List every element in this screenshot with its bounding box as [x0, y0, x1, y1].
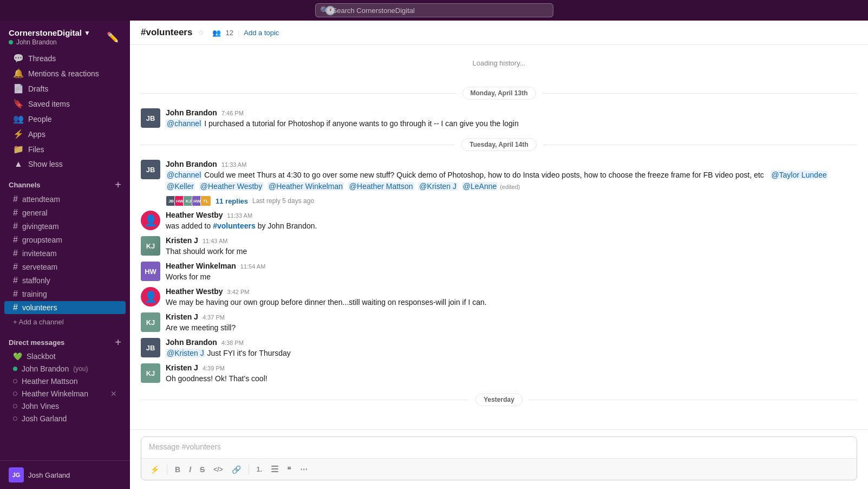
- message-group: 👤 Heather Westby 11:33 AM was added to #…: [141, 211, 857, 232]
- sidebar-item-people[interactable]: 👥 People: [4, 112, 126, 126]
- message-time: 11:33 AM: [227, 212, 252, 219]
- messages-area[interactable]: Loading history... Monday, April 13th JB…: [130, 45, 868, 429]
- online-status-dot: [9, 40, 13, 44]
- add-topic-button[interactable]: Add a topic: [244, 29, 279, 37]
- online-status-indicator: [13, 367, 17, 371]
- clock-icon: 🕐: [325, 5, 336, 16]
- close-dm-icon[interactable]: ✕: [110, 389, 117, 398]
- message-time: 3:42 PM: [227, 289, 250, 295]
- message-content: John Brandon 4:38 PM @Kristen J Just FYI…: [166, 338, 857, 359]
- unordered-list-button[interactable]: ☰: [267, 462, 282, 477]
- message-author: Heather Westby: [166, 211, 223, 219]
- offline-status-indicator: [13, 392, 17, 396]
- saved-icon: 🔖: [13, 99, 24, 109]
- date-divider-monday: Monday, April 13th: [141, 87, 857, 100]
- hash-icon: #: [13, 249, 18, 258]
- chevron-down-icon: ▼: [84, 29, 90, 37]
- link-button[interactable]: 🔗: [229, 463, 244, 476]
- hash-icon: #: [13, 235, 18, 245]
- channel-header: #volunteers ☆ 👥 12 | Add a topic: [130, 21, 868, 45]
- message-header: Heather Winkelman 11:54 AM: [166, 262, 857, 270]
- message-time: 4:38 PM: [221, 340, 244, 346]
- search-input[interactable]: [332, 6, 549, 15]
- more-formatting-button[interactable]: ⋯: [297, 463, 311, 476]
- ordered-list-button[interactable]: 1.: [253, 464, 265, 475]
- message-group: JB John Brandon 11:33 AM @channel Could …: [141, 160, 857, 206]
- add-dm-icon[interactable]: +: [115, 337, 121, 348]
- code-button[interactable]: </>: [210, 464, 226, 475]
- apps-icon: ⚡: [13, 129, 24, 139]
- add-channel-icon[interactable]: +: [115, 179, 121, 190]
- channel-item-general[interactable]: # general: [4, 206, 126, 219]
- avatar: 👤: [141, 211, 160, 230]
- search-bar[interactable]: 🔍: [315, 3, 553, 17]
- show-less-icon: ▲: [13, 159, 24, 169]
- message-input-box: ⚡ B I S </> 🔗 1. ☰ ❝ ⋯: [141, 436, 857, 480]
- sidebar-item-mentions[interactable]: 🔔 Mentions & reactions: [4, 66, 126, 81]
- dm-item-john-vines[interactable]: John Vines: [4, 400, 126, 412]
- message-text: Works for me: [166, 271, 857, 283]
- reply-bar[interactable]: JB HW KJ HW TL 11 replies Last reply 5 d…: [166, 195, 857, 206]
- bold-button[interactable]: B: [172, 463, 184, 476]
- star-icon[interactable]: ☆: [198, 28, 205, 37]
- channel-mention: #volunteers: [213, 221, 256, 230]
- message-header: Kristen J 11:43 AM: [166, 236, 857, 245]
- mention-tag: @Kristen J: [418, 182, 458, 191]
- mention-tag: @LeAnne: [462, 182, 498, 191]
- message-toolbar: ⚡ B I S </> 🔗 1. ☰ ❝ ⋯: [141, 458, 857, 480]
- channel-item-inviteteam[interactable]: # inviteteam: [4, 247, 126, 260]
- sidebar-item-apps[interactable]: ⚡ Apps: [4, 127, 126, 141]
- message-text: Oh goodness! Ok! That's cool!: [166, 373, 857, 384]
- message-text: That should work for me: [166, 246, 857, 257]
- channel-item-groupsteam[interactable]: # groupsteam: [4, 233, 126, 246]
- dm-item-john-brandon[interactable]: John Brandon (you): [4, 363, 126, 375]
- message-group: 👤 Heather Westby 3:42 PM We may be havin…: [141, 287, 857, 308]
- message-content: Heather Westby 3:42 PM We may be having …: [166, 287, 857, 308]
- hash-icon: #: [13, 303, 18, 312]
- reply-count[interactable]: 11 replies: [216, 197, 248, 205]
- channel-item-training[interactable]: # training: [4, 288, 126, 301]
- strikethrough-button[interactable]: S: [197, 463, 208, 476]
- hash-icon: #: [13, 208, 18, 218]
- sidebar-item-show-less[interactable]: ▲ Show less: [4, 157, 126, 171]
- you-suffix: (you): [73, 365, 88, 373]
- avatar: HW: [141, 262, 160, 281]
- channels-section-header: Channels +: [0, 172, 130, 192]
- channel-item-staffonly[interactable]: # staffonly: [4, 274, 126, 287]
- toolbar-divider: [249, 465, 249, 474]
- sidebar-item-saved[interactable]: 🔖 Saved items: [4, 96, 126, 111]
- dm-item-heather-winkelman[interactable]: Heather Winkelman ✕: [4, 388, 126, 400]
- blockquote-button[interactable]: ❝: [284, 463, 295, 476]
- channel-item-attendteam[interactable]: # attendteam: [4, 193, 126, 206]
- dm-item-heather-mattson[interactable]: Heather Mattson: [4, 375, 126, 387]
- avatar: JB: [141, 160, 160, 179]
- dm-section-header: Direct messages +: [0, 329, 130, 350]
- sidebar-item-threads[interactable]: 💬 Threads: [4, 51, 126, 66]
- channel-item-volunteers[interactable]: # volunteers: [4, 301, 126, 314]
- hash-icon: #: [13, 276, 18, 285]
- message-header: John Brandon 4:38 PM: [166, 338, 857, 347]
- message-text: @channel Could we meet Thurs at 4:30 to …: [166, 169, 857, 192]
- drafts-icon: 📄: [13, 83, 24, 94]
- dm-list: 💚 Slackbot John Brandon (you) Heather Ma…: [0, 350, 130, 425]
- workspace-name[interactable]: CornerstoneDigital ▼: [9, 28, 90, 37]
- message-content: John Brandon 7:46 PM @channel I purchase…: [166, 108, 857, 129]
- message-author: John Brandon: [166, 160, 217, 168]
- offline-status-indicator: [13, 404, 17, 408]
- compose-button[interactable]: ✏️: [104, 29, 121, 46]
- sidebar-item-drafts[interactable]: 📄 Drafts: [4, 81, 126, 96]
- channel-item-givingteam[interactable]: # givingteam: [4, 220, 126, 233]
- lightning-button[interactable]: ⚡: [147, 463, 162, 476]
- italic-button[interactable]: I: [186, 463, 194, 476]
- mention-tag: @channel: [166, 171, 202, 179]
- dm-item-josh-garland[interactable]: Josh Garland: [4, 413, 126, 425]
- dm-item-slackbot[interactable]: 💚 Slackbot: [4, 350, 126, 362]
- add-channel-button[interactable]: + Add a channel: [4, 316, 126, 328]
- message-content: Heather Westby 11:33 AM was added to #vo…: [166, 211, 857, 232]
- message-text: @channel I purchased a tutorial for Phot…: [166, 118, 857, 129]
- message-header: Heather Westby 11:33 AM: [166, 211, 857, 219]
- sidebar-item-files[interactable]: 📁 Files: [4, 142, 126, 157]
- message-input[interactable]: [141, 437, 857, 457]
- channel-item-serveteam[interactable]: # serveteam: [4, 260, 126, 273]
- message-content: Kristen J 11:43 AM That should work for …: [166, 236, 857, 257]
